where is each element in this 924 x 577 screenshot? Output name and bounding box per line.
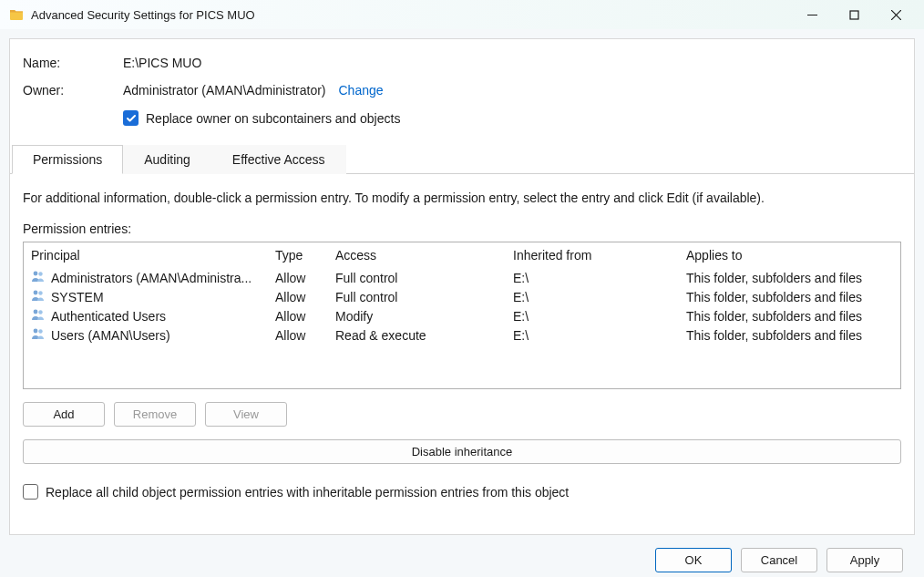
inherited-cell: E:\ bbox=[513, 309, 686, 324]
col-header-access[interactable]: Access bbox=[335, 248, 513, 263]
table-row[interactable]: SYSTEMAllowFull controlE:\This folder, s… bbox=[24, 287, 900, 306]
table-button-row: Add Remove View bbox=[23, 402, 901, 427]
owner-row: Owner: Administrator (AMAN\Administrator… bbox=[23, 83, 901, 98]
close-button[interactable] bbox=[875, 0, 917, 29]
col-header-inherited[interactable]: Inherited from bbox=[513, 248, 686, 263]
disable-inheritance-button[interactable]: Disable inheritance bbox=[23, 439, 901, 464]
cancel-button[interactable]: Cancel bbox=[741, 548, 817, 572]
applies-cell: This folder, subfolders and files bbox=[686, 328, 900, 343]
users-icon bbox=[31, 270, 46, 285]
type-cell: Allow bbox=[275, 309, 335, 324]
svg-point-10 bbox=[34, 329, 38, 334]
instructions-text: For additional information, double-click… bbox=[23, 191, 901, 205]
inherited-cell: E:\ bbox=[513, 328, 686, 343]
svg-point-6 bbox=[34, 291, 38, 295]
entries-label: Permission entries: bbox=[23, 222, 901, 236]
replace-owner-label: Replace owner on subcontainers and objec… bbox=[146, 111, 400, 126]
permissions-table: Principal Type Access Inherited from App… bbox=[23, 242, 901, 389]
replace-owner-row[interactable]: Replace owner on subcontainers and objec… bbox=[123, 110, 901, 126]
principal-cell: Users (AMAN\Users) bbox=[51, 328, 170, 343]
name-row: Name: E:\PICS MUO bbox=[23, 56, 901, 70]
replace-owner-checkbox[interactable] bbox=[123, 110, 139, 126]
replace-child-checkbox[interactable] bbox=[23, 484, 38, 500]
footer-buttons: OK Cancel Apply bbox=[655, 548, 903, 572]
applies-cell: This folder, subfolders and files bbox=[686, 309, 900, 324]
inherited-cell: E:\ bbox=[513, 271, 686, 285]
view-button[interactable]: View bbox=[205, 402, 287, 427]
remove-button[interactable]: Remove bbox=[114, 402, 196, 427]
name-label: Name: bbox=[23, 56, 123, 70]
svg-point-4 bbox=[34, 272, 38, 276]
table-row[interactable]: Users (AMAN\Users)AllowRead & executeE:\… bbox=[24, 325, 900, 345]
titlebar: Advanced Security Settings for PICS MUO bbox=[0, 0, 924, 29]
svg-point-8 bbox=[34, 310, 38, 314]
folder-icon bbox=[9, 7, 24, 22]
tab-auditing[interactable]: Auditing bbox=[123, 145, 211, 174]
access-cell: Full control bbox=[335, 271, 513, 285]
inherited-cell: E:\ bbox=[513, 290, 686, 304]
tab-permissions[interactable]: Permissions bbox=[12, 145, 123, 174]
svg-point-11 bbox=[38, 329, 42, 333]
col-header-applies[interactable]: Applies to bbox=[686, 248, 900, 263]
users-icon bbox=[31, 289, 46, 304]
table-row[interactable]: Authenticated UsersAllowModifyE:\This fo… bbox=[24, 306, 900, 325]
principal-cell: SYSTEM bbox=[51, 290, 104, 304]
access-cell: Read & execute bbox=[335, 328, 513, 343]
tab-content: For additional information, double-click… bbox=[23, 174, 901, 500]
window-title: Advanced Security Settings for PICS MUO bbox=[31, 8, 791, 22]
svg-rect-1 bbox=[850, 11, 858, 19]
principal-cell: Administrators (AMAN\Administra... bbox=[51, 271, 252, 285]
svg-point-5 bbox=[38, 272, 42, 275]
tab-bar: Permissions Auditing Effective Access bbox=[10, 144, 914, 174]
type-cell: Allow bbox=[275, 328, 335, 343]
type-cell: Allow bbox=[275, 290, 335, 304]
svg-point-7 bbox=[38, 291, 42, 294]
type-cell: Allow bbox=[275, 271, 335, 285]
owner-value: Administrator (AMAN\Administrator) bbox=[123, 83, 326, 98]
access-cell: Full control bbox=[335, 290, 513, 304]
table-header: Principal Type Access Inherited from App… bbox=[24, 242, 900, 268]
users-icon bbox=[31, 308, 46, 324]
owner-label: Owner: bbox=[23, 83, 123, 98]
add-button[interactable]: Add bbox=[23, 402, 105, 427]
tab-effective-access[interactable]: Effective Access bbox=[211, 145, 346, 174]
replace-child-row[interactable]: Replace all child object permission entr… bbox=[23, 484, 901, 500]
principal-cell: Authenticated Users bbox=[51, 309, 166, 324]
replace-child-label: Replace all child object permission entr… bbox=[46, 485, 569, 500]
users-icon bbox=[31, 327, 46, 343]
col-header-type[interactable]: Type bbox=[275, 248, 335, 263]
access-cell: Modify bbox=[335, 309, 513, 324]
table-row[interactable]: Administrators (AMAN\Administra...AllowF… bbox=[24, 268, 900, 287]
window-controls bbox=[791, 0, 917, 29]
ok-button[interactable]: OK bbox=[655, 548, 732, 572]
content-panel: Name: E:\PICS MUO Owner: Administrator (… bbox=[9, 38, 915, 535]
name-value: E:\PICS MUO bbox=[123, 56, 201, 70]
minimize-button[interactable] bbox=[791, 0, 833, 29]
applies-cell: This folder, subfolders and files bbox=[686, 271, 900, 285]
change-link[interactable]: Change bbox=[339, 83, 384, 98]
apply-button[interactable]: Apply bbox=[826, 548, 903, 572]
applies-cell: This folder, subfolders and files bbox=[686, 290, 900, 304]
col-header-principal[interactable]: Principal bbox=[31, 248, 275, 263]
svg-point-9 bbox=[38, 310, 42, 314]
maximize-button[interactable] bbox=[833, 0, 875, 29]
